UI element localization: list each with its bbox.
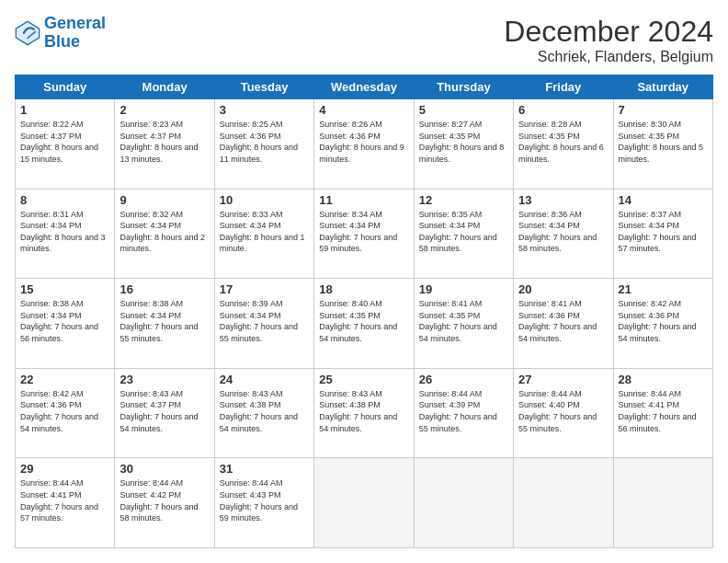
day-info: Sunrise: 8:44 AM Sunset: 4:41 PM Dayligh…: [619, 388, 708, 434]
day-number: 22: [20, 373, 109, 386]
day-info: Sunrise: 8:44 AM Sunset: 4:39 PM Dayligh…: [419, 388, 508, 434]
day-number: 6: [518, 103, 608, 117]
day-info: Sunrise: 8:44 AM Sunset: 4:40 PM Dayligh…: [518, 388, 608, 434]
day-cell: 18 Sunrise: 8:40 AM Sunset: 4:35 PM Dayl…: [314, 279, 414, 369]
day-info: Sunrise: 8:25 AM Sunset: 4:36 PM Dayligh…: [220, 119, 309, 165]
day-header-friday: Friday: [514, 75, 613, 99]
day-number: 14: [619, 193, 708, 207]
day-cell: 17 Sunrise: 8:39 AM Sunset: 4:34 PM Dayl…: [214, 279, 313, 369]
day-header-tuesday: Tuesday: [214, 75, 313, 99]
week-row-2: 8 Sunrise: 8:31 AM Sunset: 4:34 PM Dayli…: [16, 189, 713, 279]
day-info: Sunrise: 8:44 AM Sunset: 4:41 PM Dayligh…: [20, 477, 109, 523]
week-row-3: 15 Sunrise: 8:38 AM Sunset: 4:34 PM Dayl…: [16, 279, 713, 369]
day-number: 12: [419, 193, 508, 207]
page: General Blue December 2024 Schriek, Flan…: [0, 0, 728, 563]
day-cell: 24 Sunrise: 8:43 AM Sunset: 4:38 PM Dayl…: [214, 368, 313, 458]
day-number: 27: [518, 373, 608, 386]
title-block: December 2024 Schriek, Flanders, Belgium: [504, 15, 713, 65]
day-cell: [613, 458, 712, 548]
day-number: 4: [319, 103, 408, 117]
logo: General Blue: [15, 15, 106, 52]
day-header-saturday: Saturday: [613, 75, 712, 99]
day-number: 21: [619, 282, 708, 296]
logo-line1: General: [44, 14, 106, 32]
day-number: 17: [220, 282, 309, 296]
day-cell: 16 Sunrise: 8:38 AM Sunset: 4:34 PM Dayl…: [115, 279, 214, 369]
day-info: Sunrise: 8:44 AM Sunset: 4:42 PM Dayligh…: [119, 477, 209, 523]
week-row-4: 22 Sunrise: 8:42 AM Sunset: 4:36 PM Dayl…: [16, 368, 713, 458]
day-cell: 23 Sunrise: 8:43 AM Sunset: 4:37 PM Dayl…: [115, 368, 214, 458]
subtitle: Schriek, Flanders, Belgium: [504, 49, 713, 65]
day-number: 2: [119, 103, 209, 117]
day-info: Sunrise: 8:41 AM Sunset: 4:35 PM Dayligh…: [419, 298, 508, 344]
day-info: Sunrise: 8:30 AM Sunset: 4:35 PM Dayligh…: [619, 119, 708, 165]
logo-line2: Blue: [44, 33, 106, 52]
day-info: Sunrise: 8:26 AM Sunset: 4:36 PM Dayligh…: [319, 119, 408, 165]
day-cell: [414, 458, 513, 548]
day-cell: 8 Sunrise: 8:31 AM Sunset: 4:34 PM Dayli…: [16, 189, 115, 279]
day-cell: 28 Sunrise: 8:44 AM Sunset: 4:41 PM Dayl…: [613, 368, 712, 458]
day-number: 23: [119, 373, 209, 386]
day-number: 10: [220, 193, 309, 207]
day-number: 7: [619, 103, 708, 117]
day-cell: 5 Sunrise: 8:27 AM Sunset: 4:35 PM Dayli…: [414, 99, 513, 190]
calendar: SundayMondayTuesdayWednesdayThursdayFrid…: [15, 75, 713, 548]
day-cell: 30 Sunrise: 8:44 AM Sunset: 4:42 PM Dayl…: [115, 458, 214, 548]
day-cell: 6 Sunrise: 8:28 AM Sunset: 4:35 PM Dayli…: [514, 99, 613, 190]
day-cell: 7 Sunrise: 8:30 AM Sunset: 4:35 PM Dayli…: [613, 99, 712, 190]
day-info: Sunrise: 8:42 AM Sunset: 4:36 PM Dayligh…: [619, 298, 708, 344]
day-number: 8: [20, 193, 109, 207]
day-cell: 27 Sunrise: 8:44 AM Sunset: 4:40 PM Dayl…: [514, 368, 613, 458]
day-cell: [314, 458, 414, 548]
day-info: Sunrise: 8:42 AM Sunset: 4:36 PM Dayligh…: [20, 388, 109, 434]
logo-icon: [15, 20, 40, 46]
day-cell: 13 Sunrise: 8:36 AM Sunset: 4:34 PM Dayl…: [514, 189, 613, 279]
day-info: Sunrise: 8:38 AM Sunset: 4:34 PM Dayligh…: [119, 298, 209, 344]
day-cell: 3 Sunrise: 8:25 AM Sunset: 4:36 PM Dayli…: [214, 99, 313, 190]
day-number: 1: [20, 103, 109, 117]
day-number: 26: [419, 373, 508, 386]
day-info: Sunrise: 8:28 AM Sunset: 4:35 PM Dayligh…: [518, 119, 608, 165]
day-cell: 9 Sunrise: 8:32 AM Sunset: 4:34 PM Dayli…: [115, 189, 214, 279]
day-cell: 15 Sunrise: 8:38 AM Sunset: 4:34 PM Dayl…: [16, 279, 115, 369]
day-cell: 21 Sunrise: 8:42 AM Sunset: 4:36 PM Dayl…: [613, 279, 712, 369]
day-number: 15: [20, 282, 109, 296]
week-row-5: 29 Sunrise: 8:44 AM Sunset: 4:41 PM Dayl…: [16, 458, 713, 548]
day-info: Sunrise: 8:37 AM Sunset: 4:34 PM Dayligh…: [619, 209, 708, 255]
day-number: 25: [319, 373, 408, 386]
day-number: 28: [619, 373, 708, 386]
day-info: Sunrise: 8:41 AM Sunset: 4:36 PM Dayligh…: [518, 298, 608, 344]
day-cell: 19 Sunrise: 8:41 AM Sunset: 4:35 PM Dayl…: [414, 279, 513, 369]
day-info: Sunrise: 8:22 AM Sunset: 4:37 PM Dayligh…: [20, 119, 109, 165]
day-info: Sunrise: 8:36 AM Sunset: 4:34 PM Dayligh…: [518, 209, 608, 255]
day-number: 11: [319, 193, 408, 207]
day-header-monday: Monday: [115, 75, 214, 99]
day-cell: 2 Sunrise: 8:23 AM Sunset: 4:37 PM Dayli…: [115, 99, 214, 190]
day-info: Sunrise: 8:31 AM Sunset: 4:34 PM Dayligh…: [20, 209, 109, 255]
day-number: 5: [419, 103, 508, 117]
day-cell: 29 Sunrise: 8:44 AM Sunset: 4:41 PM Dayl…: [16, 458, 115, 548]
day-info: Sunrise: 8:33 AM Sunset: 4:34 PM Dayligh…: [220, 209, 309, 255]
day-number: 20: [518, 282, 608, 296]
logo-text: General Blue: [44, 15, 106, 52]
day-number: 16: [119, 282, 209, 296]
day-info: Sunrise: 8:23 AM Sunset: 4:37 PM Dayligh…: [119, 119, 209, 165]
day-number: 31: [220, 462, 309, 476]
day-header-wednesday: Wednesday: [314, 75, 414, 99]
day-number: 29: [20, 462, 109, 476]
day-cell: 4 Sunrise: 8:26 AM Sunset: 4:36 PM Dayli…: [314, 99, 414, 190]
day-info: Sunrise: 8:43 AM Sunset: 4:38 PM Dayligh…: [220, 388, 309, 434]
day-info: Sunrise: 8:38 AM Sunset: 4:34 PM Dayligh…: [20, 298, 109, 344]
day-cell: 22 Sunrise: 8:42 AM Sunset: 4:36 PM Dayl…: [16, 368, 115, 458]
day-cell: 11 Sunrise: 8:34 AM Sunset: 4:34 PM Dayl…: [314, 189, 414, 279]
header: General Blue December 2024 Schriek, Flan…: [15, 15, 713, 65]
day-header-thursday: Thursday: [414, 75, 513, 99]
day-info: Sunrise: 8:27 AM Sunset: 4:35 PM Dayligh…: [419, 119, 508, 165]
day-header-sunday: Sunday: [16, 75, 115, 99]
day-info: Sunrise: 8:35 AM Sunset: 4:34 PM Dayligh…: [419, 209, 508, 255]
day-cell: 14 Sunrise: 8:37 AM Sunset: 4:34 PM Dayl…: [613, 189, 712, 279]
day-cell: [514, 458, 613, 548]
day-cell: 26 Sunrise: 8:44 AM Sunset: 4:39 PM Dayl…: [414, 368, 513, 458]
calendar-header-row: SundayMondayTuesdayWednesdayThursdayFrid…: [16, 75, 713, 99]
day-number: 30: [119, 462, 209, 476]
